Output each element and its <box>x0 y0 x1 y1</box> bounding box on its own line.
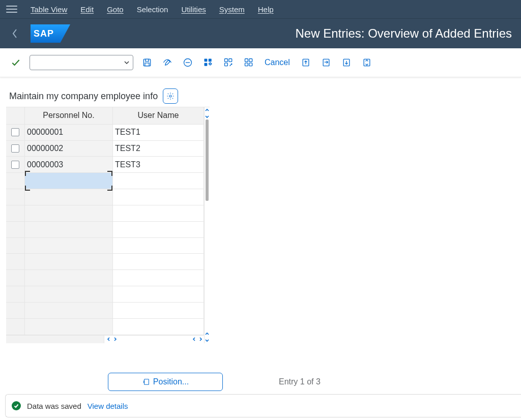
svg-rect-23 <box>144 379 149 385</box>
data-table: Personnel No. User Name 00000001 TEST1 0… <box>6 107 210 343</box>
cell-pernr[interactable]: 00000003 <box>25 157 113 172</box>
scroll-down-icon[interactable] <box>205 113 210 119</box>
table-row-empty[interactable] <box>6 286 204 303</box>
menu-edit[interactable]: Edit <box>80 5 94 14</box>
cell-pernr[interactable]: 00000002 <box>25 141 113 157</box>
table-row-edit[interactable] <box>6 173 204 189</box>
vscroll[interactable] <box>204 107 210 343</box>
menu-table-view[interactable]: Table View <box>31 5 67 14</box>
scroll-up-icon[interactable] <box>205 107 210 113</box>
svg-rect-5 <box>205 59 208 62</box>
svg-rect-10 <box>225 63 228 66</box>
row-checkbox[interactable] <box>11 144 19 153</box>
scroll-up2-icon[interactable] <box>205 331 210 337</box>
status-details-link[interactable]: View details <box>88 402 128 410</box>
import-icon[interactable] <box>360 56 373 69</box>
cell-uname[interactable]: TEST3 <box>113 157 204 172</box>
menu-icon[interactable] <box>6 6 17 13</box>
table-row-empty[interactable] <box>6 270 204 286</box>
cell-pernr-input[interactable] <box>25 173 113 189</box>
header: SAP New Entries: Overview of Added Entri… <box>0 18 521 48</box>
command-field[interactable] <box>30 55 133 70</box>
table-row[interactable]: 00000003 TEST3 <box>6 157 204 173</box>
svg-rect-6 <box>209 59 212 62</box>
statusbar: Data was saved View details <box>5 394 521 417</box>
svg-rect-1 <box>146 59 149 61</box>
table-row-empty[interactable] <box>6 303 204 319</box>
success-icon <box>12 401 21 410</box>
page-title: New Entries: Overview of Added Entries <box>295 26 512 41</box>
cell-uname[interactable]: TEST2 <box>113 141 204 157</box>
menu-selection[interactable]: Selection <box>137 5 168 14</box>
menu-help[interactable]: Help <box>258 5 274 14</box>
position-button[interactable]: Position... <box>108 373 223 391</box>
svg-rect-14 <box>249 63 252 66</box>
delete-icon[interactable] <box>181 56 194 69</box>
svg-rect-9 <box>229 59 232 62</box>
table-row-empty[interactable] <box>6 254 204 270</box>
scrollbar-thumb[interactable] <box>206 119 209 201</box>
select-block-icon[interactable] <box>222 56 235 69</box>
status-message: Data was saved <box>27 402 81 410</box>
col-user-name[interactable]: User Name <box>113 107 204 124</box>
svg-rect-2 <box>145 63 149 66</box>
toolbar: Cancel <box>0 48 521 77</box>
menu-goto[interactable]: Goto <box>107 5 124 14</box>
table-row-empty[interactable] <box>6 319 204 335</box>
deselect-all-icon[interactable] <box>242 56 255 69</box>
position-label: Position... <box>153 377 189 386</box>
select-all-header[interactable] <box>6 107 25 124</box>
cell-uname-input[interactable] <box>113 173 204 189</box>
workarea: Maintain my company employee info Person… <box>0 77 521 420</box>
back-button[interactable] <box>6 24 23 43</box>
select-all-icon[interactable] <box>201 56 215 69</box>
table-footer: Position... Entry 1 of 3 <box>6 373 515 391</box>
section-title: Maintain my company employee info <box>9 91 158 102</box>
table-row[interactable]: 00000002 TEST2 <box>6 141 204 157</box>
table-row-empty[interactable] <box>6 205 204 222</box>
entry-counter: Entry 1 of 3 <box>279 377 321 386</box>
table-row-empty[interactable] <box>6 222 204 238</box>
row-checkbox[interactable] <box>11 128 19 136</box>
svg-rect-13 <box>245 63 248 66</box>
sap-logo: SAP <box>31 24 70 43</box>
table-row-empty[interactable] <box>6 189 204 205</box>
export-icon[interactable] <box>320 56 333 69</box>
cancel-button[interactable]: Cancel <box>265 58 290 67</box>
scroll-down2-icon[interactable] <box>205 337 210 343</box>
svg-rect-8 <box>225 59 228 62</box>
svg-rect-11 <box>245 59 248 62</box>
cell-pernr[interactable]: 00000001 <box>25 125 113 140</box>
menu-system[interactable]: System <box>219 5 245 14</box>
svg-rect-7 <box>205 63 208 66</box>
save-icon[interactable] <box>140 56 154 69</box>
menubar: Table View Edit Goto Selection Utilities… <box>0 0 521 18</box>
table-settings-button[interactable] <box>163 88 178 104</box>
hscroll[interactable] <box>6 335 204 343</box>
svg-rect-17 <box>323 59 329 66</box>
col-personnel-no[interactable]: Personnel No. <box>25 107 113 124</box>
row-checkbox[interactable] <box>11 161 19 169</box>
svg-rect-12 <box>249 59 252 62</box>
table-header: Personnel No. User Name <box>6 107 204 125</box>
display-change-icon[interactable] <box>161 56 174 69</box>
cell-uname[interactable]: TEST1 <box>113 125 204 140</box>
menu-utilities[interactable]: Utilities <box>181 5 206 14</box>
table-row-empty[interactable] <box>6 238 204 254</box>
svg-point-22 <box>169 95 171 97</box>
import-down-icon[interactable] <box>340 56 353 69</box>
export-up-icon[interactable] <box>299 56 312 69</box>
accept-icon[interactable] <box>9 56 22 69</box>
table-row[interactable]: 00000001 TEST1 <box>6 125 204 141</box>
